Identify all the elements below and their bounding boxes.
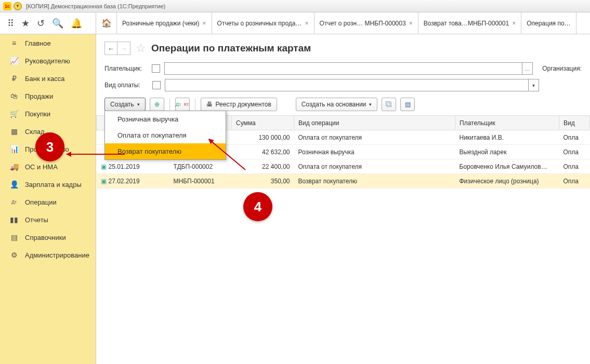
books-icon: ▤ [9, 233, 19, 241]
create-based-button[interactable]: Создать на основании ▾ [296, 98, 378, 111]
gear-icon: ⚙ [9, 251, 19, 259]
annotation-badge-3: 3 [35, 132, 64, 161]
sidebar-item-admin[interactable]: ⚙Администрирование [0, 246, 96, 264]
sidebar-item-catalogs[interactable]: ▤Справочники [0, 228, 96, 246]
registry-button[interactable]: 🖶 Реестр документов [201, 98, 277, 111]
col-sum[interactable]: Сумма [232, 116, 294, 130]
col-paytype[interactable]: Вид [559, 116, 590, 130]
structure-button[interactable]: ⿻ [382, 98, 396, 111]
ellipsis-icon[interactable]: … [522, 63, 532, 74]
bag-icon: 🛍 [9, 92, 19, 100]
create-dropdown: Розничная выручка Оплата от покупателя В… [104, 111, 226, 160]
tab-0[interactable]: Розничные продажи (чеки)× [117, 12, 212, 34]
filter-paytype-checkbox[interactable] [152, 81, 161, 89]
filter-payer-input[interactable]: … [164, 62, 533, 75]
sidebar-item-reports[interactable]: ▮▮Отчеты [0, 211, 96, 228]
doc-icon: ▣ [101, 163, 107, 170]
window-titlebar: 1c ▼ [КОПИЯ] Демонстрационная база (1С:П… [0, 0, 590, 12]
content-header: ← → ☆ Операции по платежным картам [96, 34, 590, 60]
tabs-area: 🏠 Розничные продажи (чеки)× Отчеты о роз… [96, 12, 590, 34]
table-row[interactable]: ▣25.01.2019 ТДБП-000002 22 400,00 Оплата… [97, 159, 590, 174]
sidebar-item-manager[interactable]: 📈Руководителю [0, 52, 96, 70]
tab-3[interactable]: Возврат това…МНБП-000001× [418, 12, 522, 34]
sidebar-item-salary[interactable]: 👤Зарплата и кадры [0, 176, 96, 193]
dd-item-return[interactable]: Возврат покупателю [105, 143, 226, 159]
cart-icon: 🛒 [9, 110, 19, 118]
favorite-icon[interactable]: ★ [21, 18, 30, 29]
sidebar-item-bank[interactable]: ₽Банк и касса [0, 70, 96, 87]
filter-paytype-input[interactable]: ▾ [165, 79, 539, 91]
window-dropdown-icon[interactable]: ▼ [14, 2, 22, 10]
bell-icon[interactable]: 🔔 [71, 18, 82, 29]
sidebar-item-main[interactable]: ≡Главное [0, 34, 96, 52]
filter-paytype-label: Вид оплаты: [104, 82, 148, 89]
chart-icon: 📈 [9, 57, 19, 65]
forward-button: → [117, 42, 130, 55]
annotation-badge-4: 4 [243, 192, 272, 221]
sidebar-item-purchases[interactable]: 🛒Покупки [0, 105, 96, 123]
app-icon-1c: 1c [3, 2, 11, 10]
close-icon[interactable]: × [512, 20, 516, 27]
tab-2[interactable]: Отчет о розн… МНБП-000003× [314, 12, 418, 34]
apps-icon[interactable]: ⠿ [7, 18, 14, 29]
dd-item-retail[interactable]: Розничная выручка [105, 111, 226, 127]
sidebar-item-sales[interactable]: 🛍Продажи [0, 87, 96, 105]
sidebar: ≡Главное 📈Руководителю ₽Банк и касса 🛍Пр… [0, 34, 96, 364]
col-payer[interactable]: Плательщик [455, 116, 559, 130]
grid-icon: ▦ [9, 127, 19, 136]
close-icon[interactable]: × [203, 20, 206, 27]
dtkt-icon: Дт [9, 199, 19, 205]
create-button[interactable]: Создать▾ [104, 98, 146, 111]
tab-1[interactable]: Отчеты о розничных прода…× [212, 12, 314, 34]
back-button[interactable]: ← [105, 42, 117, 55]
filter-payer-checkbox[interactable] [152, 64, 160, 73]
chevron-down-icon[interactable]: ▾ [528, 79, 539, 91]
window-title: [КОПИЯ] Демонстрационная база (1С:Предпр… [26, 3, 165, 9]
filters-area: Плательщик: … Организация: Вид оплаты: ▾ [96, 60, 590, 93]
copy-button[interactable]: ⊕ [150, 98, 164, 111]
main-toolbar: ⠿ ★ ↺ 🔍 🔔 🏠 Розничные продажи (чеки)× От… [0, 12, 590, 34]
report-icon: ▮▮ [9, 215, 19, 224]
content-area: ← → ☆ Операции по платежным картам Плате… [96, 34, 590, 364]
tab-4[interactable]: Операция по… [521, 12, 576, 34]
ruble-icon: ₽ [9, 74, 19, 83]
annotation-arrow-3 [67, 154, 125, 155]
dtkt-button[interactable]: ДтКт [175, 98, 190, 111]
history-icon[interactable]: ↺ [37, 18, 45, 29]
close-icon[interactable]: × [409, 20, 413, 27]
list-button[interactable]: ▤ [400, 98, 415, 111]
toolbar-left-buttons: ⠿ ★ ↺ 🔍 🔔 [0, 12, 96, 34]
table-row[interactable]: ▣27.02.2019 МНБП-000001 350,00 Возврат п… [97, 174, 590, 188]
star-icon[interactable]: ☆ [136, 42, 146, 55]
filter-payer-label: Плательщик: [104, 65, 148, 72]
col-op[interactable]: Вид операции [294, 116, 455, 130]
close-icon[interactable]: × [305, 20, 309, 27]
bars-icon: 📊 [9, 145, 19, 153]
person-icon: 👤 [9, 180, 19, 188]
sidebar-item-operations[interactable]: ДтОперации [0, 193, 96, 211]
truck-icon: 🚚 [9, 163, 19, 171]
search-icon[interactable]: 🔍 [52, 18, 63, 29]
menu-icon: ≡ [9, 39, 19, 47]
filter-org-label: Организация: [542, 65, 582, 72]
action-bar: Создать▾ ⊕ ДтКт 🖶 Реестр документов Созд… [96, 93, 590, 115]
doc-icon: ▣ [101, 178, 107, 185]
home-tab[interactable]: 🏠 [96, 12, 117, 34]
page-title: Операции по платежным картам [151, 43, 311, 54]
